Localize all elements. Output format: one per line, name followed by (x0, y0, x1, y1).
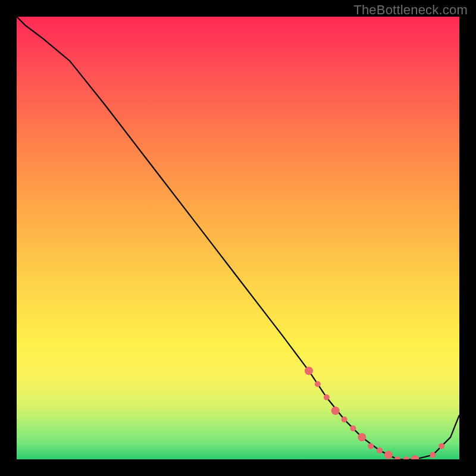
marker-point (342, 416, 347, 422)
marker-point (324, 394, 330, 400)
bottleneck-curve-path (17, 17, 459, 459)
watermark-text: TheBottleneck.com (353, 2, 468, 18)
marker-point (315, 381, 321, 387)
marker-point (403, 456, 409, 459)
marker-point (305, 367, 313, 375)
chart-frame: TheBottleneck.com (0, 0, 476, 476)
marker-point (377, 447, 383, 453)
curve-svg (17, 17, 459, 459)
marker-point (368, 443, 374, 449)
plot-area (17, 17, 459, 459)
marker-point (394, 456, 400, 459)
marker-point (331, 406, 340, 415)
marker-point (350, 425, 356, 431)
marker-group (305, 367, 444, 459)
marker-point (384, 451, 393, 459)
marker-point (411, 455, 419, 459)
marker-point (358, 433, 366, 441)
marker-point (439, 443, 444, 449)
marker-point (430, 452, 436, 458)
